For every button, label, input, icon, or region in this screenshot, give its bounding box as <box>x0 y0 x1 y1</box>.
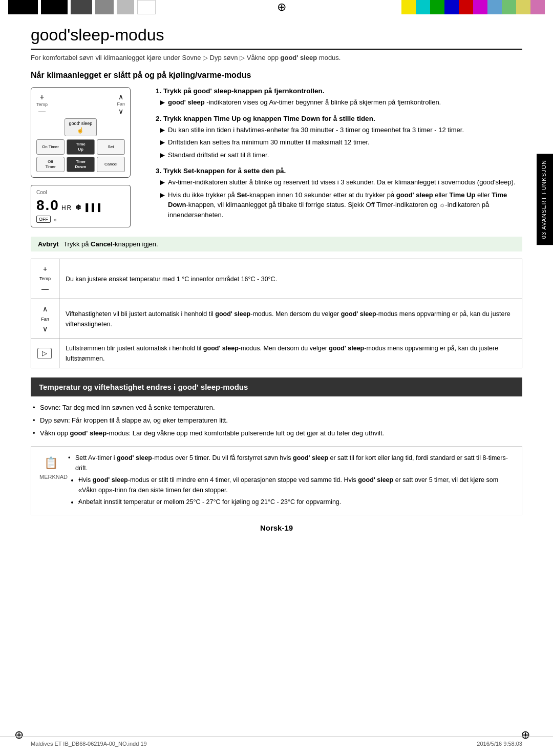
temp-icon-cell: + Temp — <box>31 259 59 299</box>
step2-bullet1: ▶ Du kan stille inn tiden i halvtimes-en… <box>160 125 522 135</box>
note-box: 📋 MERKNAD Sett Av-timer i good' sleep-mo… <box>31 446 522 515</box>
remote-time-down-btn: TimeDown <box>67 157 95 172</box>
step1-title: 1. Trykk på good' sleep-knappen på fjern… <box>156 87 522 95</box>
footer-right: 2016/5/16 9:58:03 <box>477 741 522 747</box>
remote-control-illustration: + Temp — ∧ Fan ∨ good' sleep <box>31 87 131 178</box>
remote-time-up-btn: TimeUp <box>67 139 95 155</box>
remote-on-timer-btn: On Timer <box>36 139 65 155</box>
step2-bullet3: ▶ Standard driftstid er satt til 8 timer… <box>160 150 522 160</box>
display-hr-label: HR <box>61 204 72 212</box>
step2-title: 2. Trykk knappen Time Up og knappen Time… <box>156 115 522 122</box>
section2-bullet-list: Sovne: Tar deg med inn søvnen ved å senk… <box>31 403 522 438</box>
remote-cancel-btn: Cancel <box>97 157 125 172</box>
table-row: + Temp — Du kan justere ønsket temperatu… <box>31 259 522 299</box>
remote-off-timer-btn: OffTimer <box>36 157 65 172</box>
page-title: good'sleep-modus <box>31 26 522 50</box>
step3-bullet2: ▶ Hvis du ikke trykker på Set-knappen in… <box>160 190 522 220</box>
table-row: ∧ Fan ∨ Viftehastigheten vil bli justert… <box>31 299 522 339</box>
display-illustration: Cool 8.0 HR ❄ ▌▌▌ OFF ☼ <box>31 185 131 227</box>
step-2: 2. Trykk knappen Time Up og knappen Time… <box>156 115 522 160</box>
intro-text: For komfortabel søvn vil klimaanlegget k… <box>31 54 522 61</box>
icon-table: + Temp — Du kan justere ønsket temperatu… <box>31 259 522 368</box>
section2-bullet3: Våkn opp good' sleep-modus: Lar deg våkn… <box>33 428 522 439</box>
side-tab: 03 AVANSERT FUNKSJON <box>537 154 553 245</box>
airflow-icon-cell: ▷ <box>31 339 59 368</box>
step-3: 3. Trykk Set-knappen for å sette den på.… <box>156 167 522 220</box>
step2-bullet2: ▶ Driftstiden kan settes fra minimum 30 … <box>160 137 522 148</box>
step3-title: 3. Trykk Set-knappen for å sette den på. <box>156 167 522 175</box>
table-row-text3: Luftstrømmen blir justert automatisk i h… <box>59 339 522 368</box>
display-number: 8.0 <box>36 197 59 214</box>
display-cool-label: Cool <box>36 190 125 195</box>
note-content: Sett Av-timer i good' sleep-modus over 5… <box>68 453 514 509</box>
step-1: 1. Trykk på good' sleep-knappen på fjern… <box>156 87 522 108</box>
remote-temp-label: Temp <box>36 102 48 107</box>
display-off-badge: OFF <box>36 216 51 223</box>
note-bullet3: Anbefalt innstilt temperatur er mellom 2… <box>78 497 514 507</box>
callout-label: Avbryt <box>38 240 59 248</box>
table-row-text2: Viftehastigheten vil bli justert automat… <box>59 299 522 339</box>
table-row-text1: Du kan justere ønsket temperatur med 1 °… <box>59 259 522 299</box>
remote-fan-label: Fan <box>117 101 125 107</box>
note-bullet2: Hvis good' sleep-modus er stilt til mind… <box>78 475 514 495</box>
remote-set-btn: Set <box>97 139 125 155</box>
section2-bullet2: Dyp søvn: Får kroppen til å slappe av, o… <box>33 415 522 426</box>
section1-heading: Når klimaanlegget er slått på og på kjøl… <box>31 71 522 80</box>
display-icons: ❄ ▌▌▌ <box>75 203 104 212</box>
footer-left: Maldives ET IB_DB68-06219A-00_NO.indd 19 <box>31 741 147 747</box>
callout-text: Trykk på Cancel-knappen igjen. <box>63 240 158 248</box>
fan-icon-cell: ∧ Fan ∨ <box>31 299 59 339</box>
page-number: Norsk-19 <box>31 523 522 532</box>
table-row: ▷ Luftstrømmen blir justert automatisk i… <box>31 339 522 368</box>
remote-good-sleep-label: good' sleep <box>69 121 93 126</box>
step1-bullet1: ▶ good' sleep -indikatoren vises og Av-t… <box>160 97 522 108</box>
note-bullet1: Sett Av-timer i good' sleep-modus over 5… <box>68 453 514 473</box>
callout-box: Avbryt Trykk på Cancel-knappen igjen. <box>31 237 522 251</box>
note-icon: 📋 MERKNAD <box>39 453 62 509</box>
section2-heading: Temperatur og viftehastighet endres i go… <box>31 377 522 396</box>
section2-bullet1: Sovne: Tar deg med inn søvnen ved å senk… <box>33 403 522 413</box>
step3-bullet1: ▶ Av-timer-indikatoren slutter å blinke … <box>160 177 522 187</box>
page-footer: Maldives ET IB_DB68-06219A-00_NO.indd 19… <box>0 736 553 751</box>
